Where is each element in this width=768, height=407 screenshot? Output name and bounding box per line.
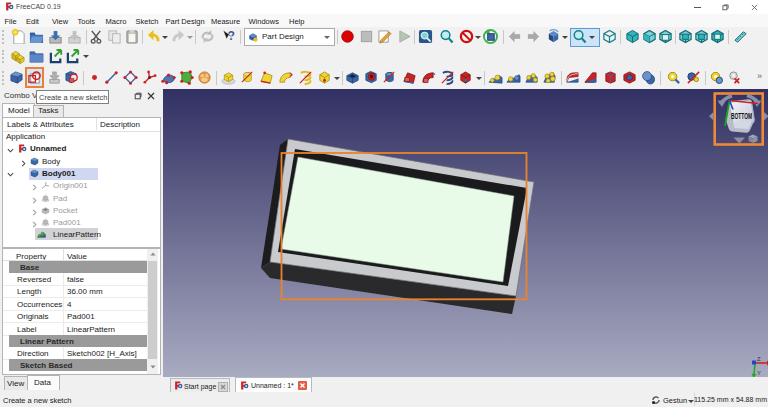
svg-text:Y: Y (757, 370, 761, 376)
svg-text:Z: Z (757, 356, 761, 362)
svg-text:BOTTOM: BOTTOM (731, 112, 752, 121)
